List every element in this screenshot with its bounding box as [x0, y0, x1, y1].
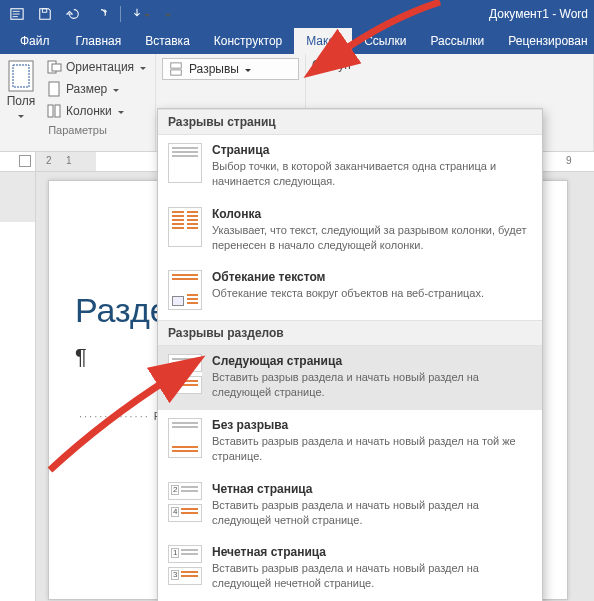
next-page-break-icon	[168, 354, 202, 394]
undo-icon[interactable]	[60, 2, 86, 26]
break-odd-page[interactable]: 1 3 Нечетная страницаВставить разрыв раз…	[158, 537, 542, 601]
page-setup-group: Поля Ориентация Размер Колонки Параметры	[0, 54, 156, 151]
ribbon-tabs: Файл Главная Вставка Конструктор Макет С…	[0, 28, 594, 54]
word-app-icon[interactable]	[4, 2, 30, 26]
columns-button[interactable]: Колонки	[42, 100, 150, 122]
margins-label: Поля	[6, 94, 36, 108]
title-bar: Документ1 - Word	[0, 0, 594, 28]
tab-design[interactable]: Конструктор	[202, 28, 294, 54]
break-next-page[interactable]: Следующая страницаВставить разрыв раздел…	[158, 346, 542, 410]
tab-layout[interactable]: Макет	[294, 28, 352, 54]
qat-customize-icon[interactable]	[155, 2, 181, 26]
page-break-icon	[168, 143, 202, 183]
tab-review[interactable]: Рецензирован	[496, 28, 594, 54]
svg-rect-8	[55, 105, 60, 117]
breaks-dropdown: Разрывы страниц СтраницаВыбор точки, в к…	[157, 108, 543, 601]
tab-mailings[interactable]: Рассылки	[418, 28, 496, 54]
svg-rect-7	[48, 105, 53, 117]
break-even-page[interactable]: 2 4 Четная страницаВставить разрыв разде…	[158, 474, 542, 538]
size-button[interactable]: Размер	[42, 78, 150, 100]
break-text-wrapping[interactable]: Обтекание текстомОбтекание текста вокруг…	[158, 262, 542, 320]
page-setup-group-label: Параметры	[6, 122, 149, 140]
tab-references[interactable]: Ссылки	[352, 28, 418, 54]
save-icon[interactable]	[32, 2, 58, 26]
ruler-corner[interactable]	[0, 152, 36, 172]
document-title: Документ1 - Word	[489, 7, 588, 21]
margins-button[interactable]: Поля	[6, 56, 36, 122]
text-wrapping-break-icon	[168, 270, 202, 310]
touch-mode-icon[interactable]	[127, 2, 153, 26]
break-column[interactable]: КолонкаУказывает, что текст, следующий з…	[158, 199, 542, 263]
page-breaks-header: Разрывы страниц	[158, 109, 542, 135]
indent-label: Отступ	[312, 58, 587, 72]
even-page-break-icon: 2 4	[168, 482, 202, 522]
svg-rect-9	[171, 63, 182, 68]
column-break-icon	[168, 207, 202, 247]
svg-rect-10	[171, 70, 182, 75]
break-page[interactable]: СтраницаВыбор точки, в которой заканчива…	[158, 135, 542, 199]
svg-rect-6	[49, 82, 59, 96]
breaks-button[interactable]: Разрывы	[162, 58, 299, 80]
quick-access-toolbar	[0, 2, 181, 26]
tab-file[interactable]: Файл	[6, 28, 64, 54]
odd-page-break-icon: 1 3	[168, 545, 202, 585]
tab-home[interactable]: Главная	[64, 28, 134, 54]
section-breaks-header: Разрывы разделов	[158, 320, 542, 346]
orientation-button[interactable]: Ориентация	[42, 56, 150, 78]
break-continuous[interactable]: Без разрываВставить разрыв раздела и нач…	[158, 410, 542, 474]
tab-insert[interactable]: Вставка	[133, 28, 202, 54]
svg-rect-5	[52, 64, 61, 71]
continuous-break-icon	[168, 418, 202, 458]
redo-icon[interactable]	[88, 2, 114, 26]
vertical-ruler[interactable]	[0, 172, 36, 601]
